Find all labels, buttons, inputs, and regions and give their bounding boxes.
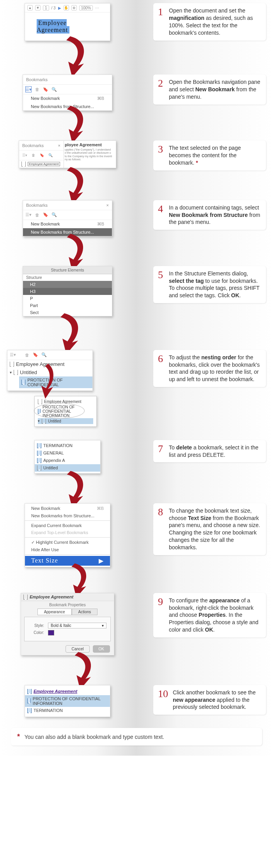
bm-general[interactable]: GENERAL [35, 449, 100, 457]
zoom-value[interactable]: 100% [79, 5, 93, 11]
step-8-text: To change the bookmark text size, choose… [169, 507, 261, 551]
properties-dialog: Employee Agreement Bookmark Properties A… [21, 593, 114, 655]
result-panel: Employee Agreement PROTECTION OF CONFIDE… [25, 685, 110, 717]
bookmark-icon [27, 698, 31, 703]
footnote-text: You can also add a blank bookmark and ty… [25, 734, 164, 740]
step-1: 1 Open the document and set the magnific… [153, 3, 266, 41]
options-icon[interactable]: ☰▾ [10, 352, 16, 358]
step-4-text: In a document containing tags, select Ne… [169, 204, 261, 226]
pane-title-3: Bookmarks × [19, 141, 64, 151]
style-select[interactable]: Bold & Italic▾ [48, 623, 106, 628]
bm-term[interactable]: TERMINATION [25, 707, 110, 714]
asterisk-icon: * [17, 733, 20, 740]
bm-prot-sel[interactable]: PROTECTION OF CONFIDENTIAL INFORMATION [25, 695, 110, 707]
m-highlight[interactable]: Highlight Current Bookmark [25, 539, 110, 546]
bookmarks-pane-4: Bookmarks × ☰▾ 🗑 🔖 🔍 New Bookmark ⌘B New… [23, 200, 112, 236]
nav-down-icon[interactable]: ▼ [35, 5, 41, 11]
step-2-text: Open the Bookmarks navigation pane and s… [169, 78, 261, 101]
structure-dialog: Structure Elements Structure H2 H3 P Par… [23, 266, 112, 316]
structure-label: Structure [23, 274, 112, 281]
find-icon[interactable]: 🔍 [47, 152, 53, 158]
step-9: 9 To configure the appearance of a bookm… [153, 593, 266, 637]
toolbar: ▲ ▼ 1 / 3 ▶ ✋ ⊕ 100% ⋯ [25, 4, 110, 12]
struct-h2[interactable]: H2 [23, 281, 112, 288]
m-hide[interactable]: Hide After Use [25, 546, 110, 553]
trash-icon[interactable]: 🗑 [34, 86, 40, 92]
dialog-title: Bookmark Properties [21, 601, 114, 609]
bookmark-icon [37, 451, 41, 456]
bm-untitled[interactable]: ▾ Untitled [7, 368, 92, 376]
m-expand-current[interactable]: Expand Current Bookmark [25, 522, 110, 529]
page-number[interactable]: 1 [43, 5, 49, 11]
m-text-size[interactable]: Text Size▶ [25, 556, 110, 566]
options-icon[interactable]: ☰▾ [25, 212, 32, 218]
close-icon[interactable]: × [106, 203, 109, 208]
new-bookmark-icon[interactable]: 🔖 [43, 212, 49, 218]
style-label: Style: [28, 623, 44, 628]
step-6-text: To adjust the nesting order for the book… [169, 354, 261, 383]
m-new-structure[interactable]: New Bookmarks from Structure... [25, 512, 110, 519]
step-10: 10 Click another bookmark to see the new… [153, 685, 266, 715]
bookmark-icon [38, 399, 42, 404]
struct-h3[interactable]: H3 [23, 288, 112, 295]
pane-tools: ☰▾ 🗑 🔖 🔍 [23, 85, 112, 94]
bm-employee[interactable]: Employee Agreement [7, 360, 92, 368]
step1-doc-panel: ▲ ▼ 1 / 3 ▶ ✋ ⊕ 100% ⋯ Employee Agreemen… [25, 3, 110, 41]
drag-tooltip: Employee Agreement PROTECTION OF CONFIDE… [34, 396, 97, 427]
bm-styled[interactable]: Employee Agreement [25, 688, 110, 695]
bm-termination[interactable]: TERMINATION [35, 442, 100, 449]
bookmark-icon [10, 362, 14, 367]
more-icon[interactable]: ⋯ [95, 6, 99, 10]
footnote: * You can also add a blank bookmark and … [11, 728, 262, 746]
step-5: 5 In the Structure Elements dialog, sele… [153, 266, 266, 304]
step-9-text: To configure the appearance of a bookmar… [169, 597, 261, 634]
tab-actions[interactable]: Actions [72, 609, 98, 615]
tab-appearance[interactable]: Appearance [37, 609, 72, 615]
bm-protection[interactable]: PROTECTION OF CONFIDENTIAL [19, 376, 92, 388]
menu-new-bookmark[interactable]: New Bookmark ⌘B [23, 220, 112, 228]
hand-icon[interactable]: ✋ [64, 5, 69, 11]
struct-p[interactable]: P [23, 295, 112, 302]
zoom-icon[interactable]: ⊕ [71, 5, 77, 11]
menu-new-bookmark[interactable]: New Bookmark ⌘B [23, 94, 112, 103]
ok-button[interactable]: OK [93, 645, 110, 653]
bookmark-icon [21, 162, 26, 167]
pane-title: Bookmarks [23, 75, 112, 85]
find-icon[interactable]: 🔍 [51, 212, 57, 218]
struct-part[interactable]: Part [23, 302, 112, 309]
pointer-icon[interactable]: ▶ [58, 6, 61, 10]
options-icon[interactable]: ☰▾ [25, 86, 32, 92]
step-2: 2 Open the Bookmarks navigation pane and… [153, 75, 266, 105]
bookmark-icon [27, 708, 32, 713]
nav-up-icon[interactable]: ▲ [27, 5, 33, 11]
bookmark-entry[interactable]: Employee Agreement [19, 160, 64, 168]
bookmark-icon [37, 465, 41, 470]
color-swatch[interactable] [48, 630, 54, 635]
trash-icon[interactable]: 🗑 [24, 352, 30, 358]
new-bookmark-icon[interactable]: 🔖 [43, 86, 49, 92]
trash-icon[interactable]: 🗑 [34, 212, 40, 218]
step-6: 6 To adjust the nesting order for the bo… [153, 350, 266, 387]
delete-panel: TERMINATION GENERAL Appendix A Untitled [34, 440, 101, 474]
bm-appendix[interactable]: Appendix A [35, 457, 100, 464]
close-icon[interactable]: × [58, 143, 60, 148]
menu-new-from-structure-selected[interactable]: New Bookmarks from Structure... [23, 228, 112, 236]
step-3: 3 The text selected on the page becomes … [153, 140, 266, 170]
struct-sect[interactable]: Sect [23, 309, 112, 316]
find-icon[interactable]: 🔍 [51, 86, 57, 92]
cancel-button[interactable]: Cancel [66, 645, 89, 653]
selected-text[interactable]: Employee Agreement [37, 19, 69, 34]
bm-untitled-sel[interactable]: Untitled [35, 464, 100, 472]
bookmark-icon [38, 409, 41, 414]
menu-new-from-structure[interactable]: New Bookmarks from Structure... [23, 103, 112, 110]
m-new-bookmark[interactable]: New Bookmark⌘B [25, 505, 110, 512]
step-10-text: Click another bookmark to see the new ap… [173, 689, 261, 711]
trash-icon[interactable]: 🗑 [30, 152, 36, 158]
find-icon[interactable]: 🔍 [41, 352, 47, 358]
step-7: 7 To delete a bookmark, select it in the… [153, 440, 266, 463]
new-bookmark-icon[interactable]: 🔖 [32, 352, 39, 358]
page-count: / 3 [51, 6, 56, 10]
bookmark-icon [37, 458, 41, 463]
options-icon[interactable]: ☰▾ [21, 152, 28, 158]
new-bookmark-icon[interactable]: 🔖 [39, 152, 45, 158]
